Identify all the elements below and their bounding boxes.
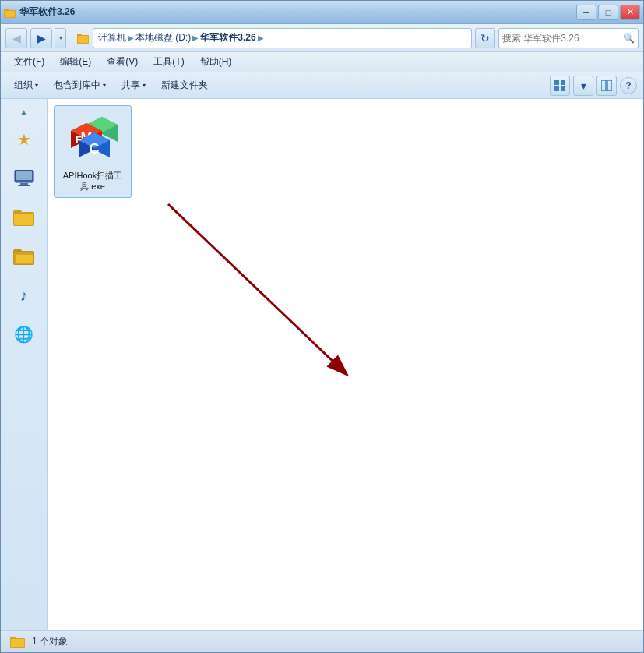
breadcrumb-sep-3: ▶ bbox=[258, 34, 264, 42]
search-button[interactable]: 🔍 bbox=[622, 31, 635, 45]
include-label: 包含到库中 bbox=[54, 79, 100, 92]
organize-button[interactable]: 组织 ▾ bbox=[7, 76, 45, 96]
svg-text:C: C bbox=[90, 141, 100, 157]
explorer-window: 华军软件3.26 ─ □ ✕ ◀ ▶ ▾ 计算机 ▶ 本地磁盘 (D:) ▶ 华… bbox=[0, 0, 644, 653]
svg-rect-15 bbox=[18, 185, 30, 186]
svg-rect-8 bbox=[554, 86, 559, 91]
breadcrumb-computer[interactable]: 计算机 bbox=[98, 31, 126, 44]
svg-rect-22 bbox=[16, 255, 33, 263]
music-icon: ♪ bbox=[13, 284, 35, 306]
breadcrumb-sep-1: ▶ bbox=[128, 34, 134, 42]
new-folder-button[interactable]: 新建文件夹 bbox=[154, 76, 215, 96]
titlebar-title: 华军软件3.26 bbox=[19, 5, 75, 19]
svg-text:F: F bbox=[76, 134, 82, 146]
svg-rect-39 bbox=[11, 639, 24, 647]
refresh-button[interactable]: ↻ bbox=[475, 28, 495, 48]
svg-rect-9 bbox=[561, 86, 565, 91]
svg-rect-7 bbox=[561, 80, 565, 85]
breadcrumb-drive[interactable]: 本地磁盘 (D:) bbox=[135, 31, 191, 44]
maximize-button[interactable]: □ bbox=[598, 5, 618, 20]
sidebar-scroll-up[interactable]: ▲ bbox=[1, 105, 47, 118]
sidebar-item-favorites[interactable]: ★ bbox=[7, 122, 41, 157]
statusbar: 1 个对象 bbox=[1, 630, 643, 652]
menu-bar: 文件(F) 编辑(E) 查看(V) 工具(T) 帮助(H) bbox=[1, 52, 643, 72]
file-icon: M C F bbox=[65, 111, 121, 167]
share-button[interactable]: 共享 ▾ bbox=[114, 76, 153, 96]
share-arrow: ▾ bbox=[143, 82, 146, 89]
view-dropdown-button[interactable]: ▾ bbox=[573, 76, 593, 96]
file-item[interactable]: M C F APIHook扫描工具.exe bbox=[54, 105, 132, 198]
share-label: 共享 bbox=[121, 79, 140, 92]
svg-rect-1 bbox=[4, 9, 9, 11]
titlebar: 华军软件3.26 ─ □ ✕ bbox=[1, 1, 643, 24]
svg-rect-6 bbox=[554, 80, 559, 85]
menu-tools[interactable]: 工具(T) bbox=[146, 52, 191, 72]
sidebar: ▲ ★ bbox=[1, 99, 48, 630]
search-bar: 🔍 bbox=[498, 28, 639, 48]
svg-line-36 bbox=[168, 204, 336, 364]
new-folder-label: 新建文件夹 bbox=[161, 79, 208, 92]
file-name: APIHook扫描工具.exe bbox=[63, 170, 122, 192]
globe-icon: 🌐 bbox=[13, 323, 35, 345]
star-icon: ★ bbox=[13, 129, 35, 150]
svg-rect-18 bbox=[14, 214, 33, 225]
include-arrow: ▾ bbox=[103, 82, 106, 89]
sidebar-item-folder2[interactable] bbox=[7, 239, 41, 274]
open-folder-icon bbox=[13, 245, 35, 267]
breadcrumb-folder[interactable]: 华军软件3.26 bbox=[200, 31, 255, 44]
view-toggle-button[interactable] bbox=[550, 76, 570, 96]
organize-label: 组织 bbox=[14, 79, 33, 92]
titlebar-buttons: ─ □ ✕ bbox=[576, 5, 640, 20]
menu-help[interactable]: 帮助(H) bbox=[193, 52, 239, 72]
nav-folder-icon bbox=[77, 32, 90, 44]
menu-file[interactable]: 文件(F) bbox=[7, 52, 51, 72]
sidebar-item-computer[interactable] bbox=[7, 161, 41, 196]
svg-rect-5 bbox=[78, 36, 88, 43]
menu-edit[interactable]: 编辑(E) bbox=[53, 52, 98, 72]
split-icon bbox=[601, 80, 612, 91]
breadcrumb-sep-2: ▶ bbox=[192, 34, 199, 42]
statusbar-folder-icon bbox=[10, 636, 26, 648]
close-button[interactable]: ✕ bbox=[620, 5, 640, 20]
view-icon bbox=[554, 80, 565, 91]
nav-dropdown[interactable]: ▾ bbox=[55, 28, 66, 48]
folder-icon bbox=[13, 206, 35, 228]
sidebar-item-music[interactable]: ♪ bbox=[7, 278, 41, 312]
back-button[interactable]: ◀ bbox=[5, 28, 27, 48]
content-area: M C F APIHook扫描工具.exe bbox=[48, 99, 643, 630]
sidebar-item-network[interactable]: 🌐 bbox=[7, 317, 41, 351]
svg-rect-13 bbox=[16, 171, 32, 180]
statusbar-icon bbox=[10, 634, 26, 650]
statusbar-count: 1 个对象 bbox=[32, 635, 68, 648]
toolbar: 组织 ▾ 包含到库中 ▾ 共享 ▾ 新建文件夹 ▾ bbox=[1, 72, 643, 99]
toolbar-right: ▾ ? bbox=[550, 76, 637, 96]
help-button[interactable]: ? bbox=[620, 77, 637, 94]
svg-rect-11 bbox=[607, 80, 612, 91]
svg-rect-4 bbox=[77, 34, 82, 36]
svg-rect-10 bbox=[601, 80, 606, 91]
forward-button[interactable]: ▶ bbox=[30, 28, 52, 48]
menu-view[interactable]: 查看(V) bbox=[100, 52, 145, 72]
sidebar-item-docs[interactable] bbox=[7, 200, 41, 235]
include-library-button[interactable]: 包含到库中 ▾ bbox=[47, 76, 113, 96]
main-area: ▲ ★ bbox=[1, 99, 643, 630]
computer-icon bbox=[13, 168, 35, 189]
search-input[interactable] bbox=[502, 33, 619, 44]
split-button[interactable] bbox=[596, 76, 617, 96]
window-icon bbox=[4, 6, 16, 19]
minimize-button[interactable]: ─ bbox=[576, 5, 596, 20]
titlebar-left: 华军软件3.26 bbox=[4, 5, 75, 19]
breadcrumb-bar[interactable]: 计算机 ▶ 本地磁盘 (D:) ▶ 华军软件3.26 ▶ bbox=[93, 28, 472, 48]
addressbar: ◀ ▶ ▾ 计算机 ▶ 本地磁盘 (D:) ▶ 华军软件3.26 ▶ ↻ 🔍 bbox=[1, 24, 643, 52]
svg-rect-2 bbox=[5, 11, 15, 17]
organize-arrow: ▾ bbox=[35, 82, 38, 89]
